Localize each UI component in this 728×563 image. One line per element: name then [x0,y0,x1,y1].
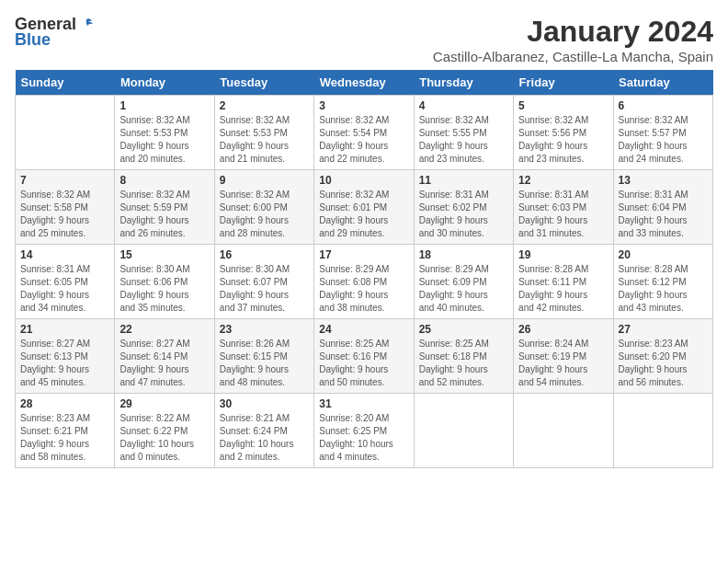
calendar-cell: 11Sunrise: 8:31 AM Sunset: 6:02 PM Dayli… [414,170,513,245]
day-number: 7 [20,174,109,187]
day-info: Sunrise: 8:25 AM Sunset: 6:18 PM Dayligh… [419,338,508,389]
calendar-cell: 29Sunrise: 8:22 AM Sunset: 6:22 PM Dayli… [115,394,214,468]
day-header-sunday: Sunday [16,70,115,96]
day-number: 26 [518,323,608,336]
calendar-week-row: 1Sunrise: 8:32 AM Sunset: 5:53 PM Daylig… [16,96,713,170]
day-info: Sunrise: 8:27 AM Sunset: 6:14 PM Dayligh… [119,338,209,389]
calendar-cell: 3Sunrise: 8:32 AM Sunset: 5:54 PM Daylig… [314,96,414,170]
calendar-body: 1Sunrise: 8:32 AM Sunset: 5:53 PM Daylig… [16,96,713,468]
header: General Blue January 2024 Castillo-Albar… [15,15,713,64]
day-info: Sunrise: 8:31 AM Sunset: 6:03 PM Dayligh… [518,189,608,240]
day-number: 30 [220,397,309,410]
calendar-cell: 27Sunrise: 8:23 AM Sunset: 6:20 PM Dayli… [613,319,712,394]
day-number: 9 [220,174,309,187]
day-number: 29 [119,397,209,410]
calendar-cell: 14Sunrise: 8:31 AM Sunset: 6:05 PM Dayli… [16,245,115,319]
day-number: 20 [619,248,708,261]
day-info: Sunrise: 8:32 AM Sunset: 5:58 PM Dayligh… [20,189,109,240]
day-info: Sunrise: 8:28 AM Sunset: 6:12 PM Dayligh… [619,263,708,315]
day-number: 8 [119,174,209,187]
day-number: 31 [319,397,408,410]
day-number: 2 [220,99,309,112]
calendar-cell: 9Sunrise: 8:32 AM Sunset: 6:00 PM Daylig… [214,170,313,245]
calendar-cell: 18Sunrise: 8:29 AM Sunset: 6:09 PM Dayli… [414,245,513,319]
calendar-cell: 31Sunrise: 8:20 AM Sunset: 6:25 PM Dayli… [314,394,414,468]
day-info: Sunrise: 8:29 AM Sunset: 6:08 PM Dayligh… [319,263,408,315]
day-header-wednesday: Wednesday [314,70,414,96]
calendar-cell: 15Sunrise: 8:30 AM Sunset: 6:06 PM Dayli… [115,245,214,319]
day-number: 11 [419,174,508,187]
calendar-header-row: SundayMondayTuesdayWednesdayThursdayFrid… [16,70,713,96]
day-info: Sunrise: 8:31 AM Sunset: 6:04 PM Dayligh… [619,189,708,240]
day-info: Sunrise: 8:32 AM Sunset: 5:55 PM Dayligh… [419,114,508,166]
day-info: Sunrise: 8:32 AM Sunset: 5:53 PM Dayligh… [119,114,209,166]
day-number: 24 [319,323,408,336]
day-info: Sunrise: 8:25 AM Sunset: 6:16 PM Dayligh… [319,338,408,389]
day-number: 6 [619,99,708,112]
calendar-cell: 5Sunrise: 8:32 AM Sunset: 5:56 PM Daylig… [514,96,613,170]
day-info: Sunrise: 8:30 AM Sunset: 6:07 PM Dayligh… [220,263,309,315]
day-number: 1 [119,99,209,112]
day-info: Sunrise: 8:32 AM Sunset: 6:00 PM Dayligh… [220,189,309,240]
logo: General Blue [15,15,94,50]
day-info: Sunrise: 8:23 AM Sunset: 6:20 PM Dayligh… [619,338,708,389]
calendar-table: SundayMondayTuesdayWednesdayThursdayFrid… [15,70,713,468]
calendar-cell [613,394,712,468]
day-header-thursday: Thursday [414,70,513,96]
calendar-cell: 4Sunrise: 8:32 AM Sunset: 5:55 PM Daylig… [414,96,513,170]
calendar-cell [414,394,513,468]
day-number: 4 [419,99,508,112]
calendar-cell: 30Sunrise: 8:21 AM Sunset: 6:24 PM Dayli… [214,394,313,468]
day-number: 16 [220,248,309,261]
day-info: Sunrise: 8:32 AM Sunset: 5:53 PM Dayligh… [220,114,309,166]
calendar-week-row: 7Sunrise: 8:32 AM Sunset: 5:58 PM Daylig… [16,170,713,245]
day-number: 22 [119,323,209,336]
logo-bird-icon [77,17,94,33]
calendar-cell: 6Sunrise: 8:32 AM Sunset: 5:57 PM Daylig… [613,96,712,170]
calendar-cell: 21Sunrise: 8:27 AM Sunset: 6:13 PM Dayli… [16,319,115,394]
calendar-cell: 20Sunrise: 8:28 AM Sunset: 6:12 PM Dayli… [613,245,712,319]
day-info: Sunrise: 8:20 AM Sunset: 6:25 PM Dayligh… [319,412,408,464]
day-number: 18 [419,248,508,261]
title-area: January 2024 Castillo-Albaranez, Castill… [433,15,713,64]
calendar-week-row: 21Sunrise: 8:27 AM Sunset: 6:13 PM Dayli… [16,319,713,394]
day-number: 28 [20,397,109,410]
day-info: Sunrise: 8:32 AM Sunset: 5:57 PM Dayligh… [619,114,708,166]
month-title: January 2024 [433,15,713,49]
day-number: 14 [20,248,109,261]
calendar-cell: 22Sunrise: 8:27 AM Sunset: 6:14 PM Dayli… [115,319,214,394]
day-info: Sunrise: 8:24 AM Sunset: 6:19 PM Dayligh… [518,338,608,389]
day-number: 25 [419,323,508,336]
day-info: Sunrise: 8:31 AM Sunset: 6:05 PM Dayligh… [20,263,109,315]
calendar-week-row: 28Sunrise: 8:23 AM Sunset: 6:21 PM Dayli… [16,394,713,468]
day-info: Sunrise: 8:30 AM Sunset: 6:06 PM Dayligh… [119,263,209,315]
day-info: Sunrise: 8:21 AM Sunset: 6:24 PM Dayligh… [220,412,309,464]
calendar-cell: 8Sunrise: 8:32 AM Sunset: 5:59 PM Daylig… [115,170,214,245]
calendar-cell [16,96,115,170]
day-number: 23 [220,323,309,336]
day-number: 13 [619,174,708,187]
logo-blue: Blue [15,30,51,50]
calendar-cell: 17Sunrise: 8:29 AM Sunset: 6:08 PM Dayli… [314,245,414,319]
day-number: 21 [20,323,109,336]
day-number: 12 [518,174,608,187]
day-info: Sunrise: 8:31 AM Sunset: 6:02 PM Dayligh… [419,189,508,240]
day-header-monday: Monday [115,70,214,96]
calendar-cell: 25Sunrise: 8:25 AM Sunset: 6:18 PM Dayli… [414,319,513,394]
calendar-week-row: 14Sunrise: 8:31 AM Sunset: 6:05 PM Dayli… [16,245,713,319]
calendar-cell: 19Sunrise: 8:28 AM Sunset: 6:11 PM Dayli… [514,245,613,319]
calendar-cell: 13Sunrise: 8:31 AM Sunset: 6:04 PM Dayli… [613,170,712,245]
calendar-cell: 28Sunrise: 8:23 AM Sunset: 6:21 PM Dayli… [16,394,115,468]
location-subtitle: Castillo-Albaranez, Castille-La Mancha, … [433,49,713,64]
day-header-friday: Friday [514,70,613,96]
day-number: 10 [319,174,408,187]
day-info: Sunrise: 8:26 AM Sunset: 6:15 PM Dayligh… [220,338,309,389]
day-header-tuesday: Tuesday [214,70,313,96]
day-number: 27 [619,323,708,336]
day-info: Sunrise: 8:28 AM Sunset: 6:11 PM Dayligh… [518,263,608,315]
calendar-cell: 10Sunrise: 8:32 AM Sunset: 6:01 PM Dayli… [314,170,414,245]
day-info: Sunrise: 8:29 AM Sunset: 6:09 PM Dayligh… [419,263,508,315]
calendar-cell: 2Sunrise: 8:32 AM Sunset: 5:53 PM Daylig… [214,96,313,170]
calendar-cell [514,394,613,468]
calendar-cell: 24Sunrise: 8:25 AM Sunset: 6:16 PM Dayli… [314,319,414,394]
